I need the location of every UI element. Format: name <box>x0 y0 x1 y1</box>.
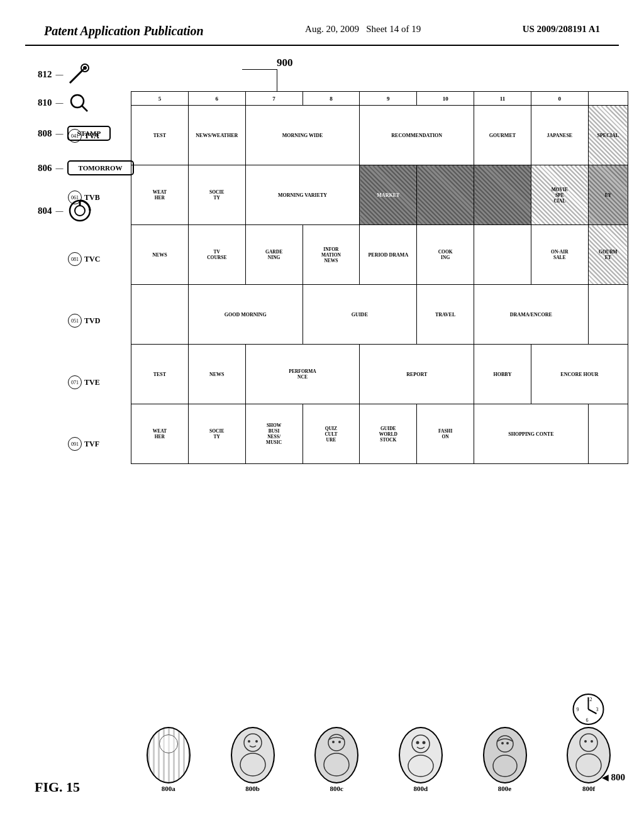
time-8: 8 <box>303 92 360 106</box>
ch-tve-label: TVE <box>84 378 100 387</box>
header-date: Aug. 20, 2009 <box>305 24 359 34</box>
clock-icon: 12 3 6 9 <box>572 692 606 729</box>
ch-tvb-label: TVB <box>84 193 100 202</box>
svg-point-21 <box>497 736 513 752</box>
avatar-800a-label: 800a <box>162 785 175 792</box>
svg-point-33 <box>576 754 601 777</box>
avatar-800e: 800e <box>465 727 545 792</box>
ref-810-label: 810 <box>38 97 52 108</box>
svg-line-1 <box>70 70 82 83</box>
header-center: Aug. 20, 2009 Sheet 14 of 19 <box>305 24 421 35</box>
tvd-guide: GUIDE <box>303 285 417 345</box>
tvc-empty <box>474 225 531 285</box>
header-sheet: Sheet 14 of 19 <box>366 24 421 34</box>
tvf-empty <box>588 404 628 464</box>
bracket-900-line <box>242 69 277 70</box>
tvb-society: SOCIETY <box>188 165 245 225</box>
svg-point-34 <box>584 740 587 743</box>
tvd-empty1 <box>131 285 189 345</box>
num-900: 900 <box>277 57 293 69</box>
time-0: 0 <box>531 92 588 106</box>
svg-point-20 <box>422 741 425 744</box>
svg-point-32 <box>580 734 597 751</box>
ref-arrow-808: ― <box>56 129 64 138</box>
tvc-row: NEWS TVCOURSE GARDENING INFORMATIONNEWS … <box>131 225 628 285</box>
svg-point-11 <box>248 740 250 743</box>
tv-grid-wrapper: 041 TVA 061 TVB 081 TVC 051 TVD 071 TV <box>131 91 628 462</box>
svg-point-18 <box>408 755 433 777</box>
ch-tvb-circle: 061 <box>68 191 82 204</box>
avatar-800c-label: 800c <box>330 785 343 792</box>
time-7: 7 <box>245 92 303 106</box>
tvb-market: MARKET <box>360 165 417 225</box>
ref-arrow-810: ― <box>56 98 64 108</box>
tvb-movie: MOVIESPECIAL <box>531 165 588 225</box>
svg-text:6: 6 <box>586 717 589 723</box>
ref-arrow-806: ― <box>56 163 64 173</box>
ref-800-area: ◀ 800 <box>602 772 626 783</box>
tvf-show: SHOWBUSINESS/MUSIC <box>245 404 303 464</box>
svg-point-22 <box>493 755 517 777</box>
tve-performance: PERFORMANCE <box>245 345 360 404</box>
ref-812-area: 812 ― <box>38 63 90 86</box>
ch-tvb-row: 061 TVB <box>68 167 100 228</box>
avatar-800c-svg <box>318 730 355 780</box>
ref-800-label: 800 <box>611 772 626 783</box>
time-11: 11 <box>474 92 531 106</box>
tvf-guide-world: GUIDEWORLDSTOCK <box>360 404 417 464</box>
ch-tvf-row: 091 TVF <box>68 413 100 475</box>
ch-tvc-label: TVC <box>84 255 100 264</box>
tva-news-weather: NEWS/WEATHER <box>188 106 245 165</box>
tva-special: SPECIAL <box>588 106 628 165</box>
tvc-on-air: ON-AIRSALE <box>531 225 588 285</box>
ref-800-arrow: ◀ <box>602 772 609 783</box>
tve-test: TEST <box>131 345 189 404</box>
tve-hobby: HOBBY <box>474 345 531 404</box>
tvf-fashion: FASHION <box>417 404 474 464</box>
tva-japanese: JAPANESE <box>531 106 588 165</box>
svg-point-12 <box>255 740 258 743</box>
svg-text:9: 9 <box>577 707 579 712</box>
avatar-800e-label: 800e <box>498 785 511 792</box>
tva-morning-wide: MORNING WIDE <box>245 106 360 165</box>
ch-tva-label: TVA <box>84 131 99 141</box>
ch-tve-row: 071 TVE <box>68 351 100 413</box>
svg-point-10 <box>240 753 265 776</box>
tvd-drama-encore: DRAMA/ENCORE <box>474 285 589 345</box>
ch-tvd-row: 051 TVD <box>68 290 100 351</box>
svg-point-14 <box>324 753 349 776</box>
ch-tvc-circle: 081 <box>68 252 82 266</box>
page-header: Patent Application Publication Aug. 20, … <box>25 13 619 46</box>
avatar-800d-label: 800d <box>414 785 428 792</box>
svg-point-19 <box>416 741 419 744</box>
tva-gourmet: GOURMET <box>474 106 531 165</box>
tvc-information: INFORMATIONNEWS <box>303 225 360 285</box>
tvc-gourmet-et: GOURMET <box>588 225 628 285</box>
tvb-row: WEATHER SOCIETY MORNING VARIETY MARKET M… <box>131 165 628 225</box>
tve-row: TEST NEWS PERFORMANCE REPORT HOBBY ENCOR… <box>131 345 628 404</box>
tvf-weat: WEATHER <box>131 404 189 464</box>
tvf-row: WEATHER SOCIETY SHOWBUSINESS/MUSIC QUIZC… <box>131 404 628 464</box>
svg-point-24 <box>506 742 509 744</box>
svg-point-17 <box>412 735 430 753</box>
avatar-800b-figure <box>231 727 275 783</box>
avatar-800e-figure <box>483 727 527 783</box>
avatar-800d-svg <box>402 730 440 780</box>
channel-labels: 041 TVA 061 TVB 081 TVC 051 TVD 071 TV <box>68 105 100 475</box>
svg-text:3: 3 <box>596 707 599 712</box>
tvb-ey: EY <box>588 165 628 225</box>
ch-tvf-label: TVF <box>84 440 99 449</box>
ch-tve-circle: 071 <box>68 375 82 389</box>
avatars-row: 800a 800b <box>129 692 628 792</box>
tva-test: TEST <box>131 106 189 165</box>
time-6: 6 <box>188 92 245 106</box>
tvc-tv-course: TVCOURSE <box>188 225 245 285</box>
tvf-quiz: QUIZCULTURE <box>303 404 360 464</box>
time-extra <box>588 92 628 106</box>
clock-svg: 12 3 6 9 <box>572 692 606 727</box>
avatar-800e-svg <box>486 730 524 780</box>
page: Patent Application Publication Aug. 20, … <box>0 0 644 830</box>
tvd-row: GOOD MORNING GUIDE TRAVEL DRAMA/ENCORE <box>131 285 628 345</box>
svg-point-23 <box>501 742 504 744</box>
ref-808-label: 808 <box>38 128 52 139</box>
